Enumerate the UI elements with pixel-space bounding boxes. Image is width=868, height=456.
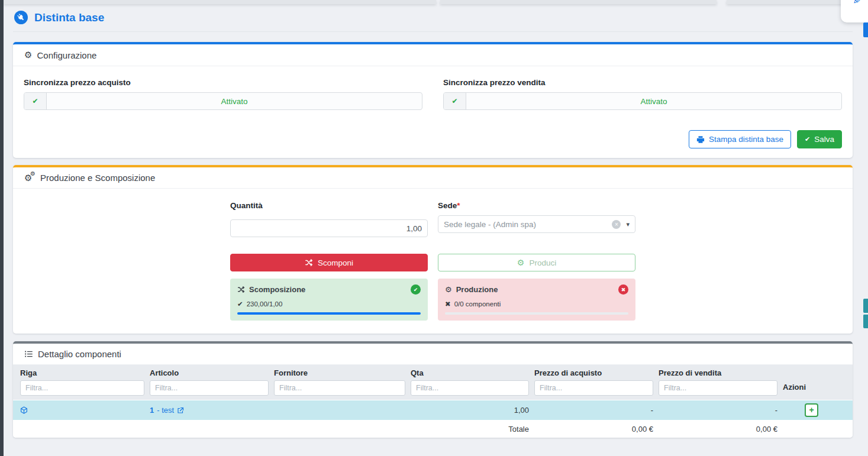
shuffle-icon xyxy=(305,258,313,267)
totale-prezzo-acquisto: 0,00 € xyxy=(534,425,659,434)
section-title: Dettaglio componenti xyxy=(38,349,121,359)
sede-label: Sede* xyxy=(438,201,635,210)
sync-acquisto-label: Sincronizza prezzo acquisto xyxy=(24,78,422,87)
sync-vendita-value: Attivato xyxy=(466,93,841,109)
gear-icon: ⚙ xyxy=(517,258,525,267)
printer-icon xyxy=(696,135,705,144)
scrolled-card-edge xyxy=(440,0,717,4)
salva-button[interactable]: ✔ Salva xyxy=(797,130,842,148)
sede-selected-value: Sede legale - (Admin spa) xyxy=(444,220,612,229)
qta-cell: 1,00 xyxy=(411,406,534,415)
check-icon: ✔ xyxy=(237,300,243,308)
external-link-icon xyxy=(177,407,184,414)
table-row[interactable]: 1 - test 1,00 - - + xyxy=(13,400,853,421)
sync-vendita-field[interactable]: ✔ Attivato xyxy=(443,92,842,110)
sync-vendita-label: Sincronizza prezzo vendita xyxy=(443,78,842,87)
sync-acquisto-field[interactable]: ✔ Attivato xyxy=(24,92,422,110)
section-title: Configurazione xyxy=(37,50,96,60)
produci-button[interactable]: ⚙ Produci xyxy=(438,254,635,271)
required-asterisk: * xyxy=(457,201,460,210)
totale-label: Totale xyxy=(411,425,534,434)
edge-tab-blue[interactable] xyxy=(863,22,868,37)
scomponi-button[interactable]: Scomponi xyxy=(230,254,428,271)
list-icon xyxy=(24,350,33,358)
shuffle-icon xyxy=(237,286,245,293)
edge-tab-teal-top[interactable] xyxy=(863,299,868,313)
dettaglio-header: Dettaglio componenti xyxy=(13,344,853,365)
quantita-input[interactable] xyxy=(230,219,428,237)
filter-riga-input[interactable] xyxy=(20,380,144,396)
clear-icon[interactable]: × xyxy=(612,220,621,229)
edge-tab-teal-bottom[interactable] xyxy=(863,314,868,328)
check-icon: ✔ xyxy=(24,93,47,109)
stampa-distinta-button[interactable]: Stampa distinta base xyxy=(689,130,791,148)
configurazione-header: ⚙ Configurazione xyxy=(13,44,853,66)
pencil-icon: ✎ xyxy=(853,0,863,7)
column-header-articolo: Articolo xyxy=(150,369,269,377)
filter-prezzo-vendita-input[interactable] xyxy=(659,380,777,396)
success-badge-icon: ✔ xyxy=(411,284,421,295)
scomposizione-progress-bar xyxy=(237,312,421,315)
column-header-azioni: Azioni xyxy=(783,383,840,392)
column-header-qta: Qta xyxy=(411,369,529,377)
produzione-progress-bar xyxy=(445,312,628,315)
produzione-status-card: ⚙ Produzione ✖ ✖ 0/0 componenti xyxy=(438,279,635,321)
filter-articolo-input[interactable] xyxy=(150,380,269,396)
add-component-button[interactable]: + xyxy=(805,403,818,417)
column-header-fornitore: Fornitore xyxy=(274,369,405,377)
prezzo-acquisto-cell: - xyxy=(534,406,659,415)
configurazione-card: ⚙ Configurazione Sincronizza prezzo acqu… xyxy=(13,42,853,158)
filter-prezzo-acquisto-input[interactable] xyxy=(534,380,653,396)
cube-icon xyxy=(20,406,28,414)
column-header-riga: Riga xyxy=(20,369,144,377)
scomposizione-status-card: Scomposizione ✔ ✔ 230,00/1,00 xyxy=(230,279,428,321)
produzione-card: ⚙ ⚙ Produzione e Scomposizione Quantità … xyxy=(13,165,853,334)
column-header-prezzo-vendita: Prezzo di vendita xyxy=(659,369,777,377)
articolo-link[interactable]: 1 - test xyxy=(150,406,184,415)
produzione-status-text: ✖ 0/0 componenti xyxy=(445,300,628,308)
error-badge-icon: ✖ xyxy=(618,284,628,295)
totale-prezzo-vendita: 0,00 € xyxy=(659,425,783,434)
produzione-header: ⚙ ⚙ Produzione e Scomposizione xyxy=(13,167,853,189)
plug-icon xyxy=(14,11,28,24)
dettaglio-card: Dettaglio componenti Riga Articolo Forni… xyxy=(13,341,853,438)
check-icon: ✔ xyxy=(444,93,466,109)
prezzo-vendita-cell: - xyxy=(659,406,783,415)
totale-row: Totale 0,00 € 0,00 € xyxy=(13,421,853,438)
sede-select[interactable]: Sede legale - (Admin spa) × ▾ xyxy=(438,215,635,233)
filter-fornitore-input[interactable] xyxy=(274,380,405,396)
check-icon: ✔ xyxy=(805,135,810,143)
page-title: Distinta base xyxy=(34,11,104,24)
scrolled-card-edge xyxy=(727,0,853,4)
sidebar-edge xyxy=(0,0,4,456)
caret-down-icon: ▾ xyxy=(626,221,630,228)
scomposizione-status-text: ✔ 230,00/1,00 xyxy=(237,300,421,308)
plus-icon: + xyxy=(809,405,814,415)
sync-acquisto-value: Attivato xyxy=(47,93,422,109)
column-header-prezzo-acquisto: Prezzo di acquisto xyxy=(534,369,653,377)
scrolled-card-edge xyxy=(4,0,436,4)
gear-icon: ⚙ xyxy=(445,285,452,294)
page-header: Distinta base xyxy=(13,6,853,32)
section-title: Produzione e Scomposizione xyxy=(40,173,155,183)
filter-qta-input[interactable] xyxy=(411,380,529,396)
gear-icon: ⚙ xyxy=(24,50,32,60)
cross-icon: ✖ xyxy=(445,300,451,308)
main-content: Distinta base ⚙ Configurazione Sincroniz… xyxy=(13,6,853,438)
cogs-icon: ⚙ ⚙ xyxy=(24,173,36,183)
quantita-label: Quantità xyxy=(230,201,428,210)
